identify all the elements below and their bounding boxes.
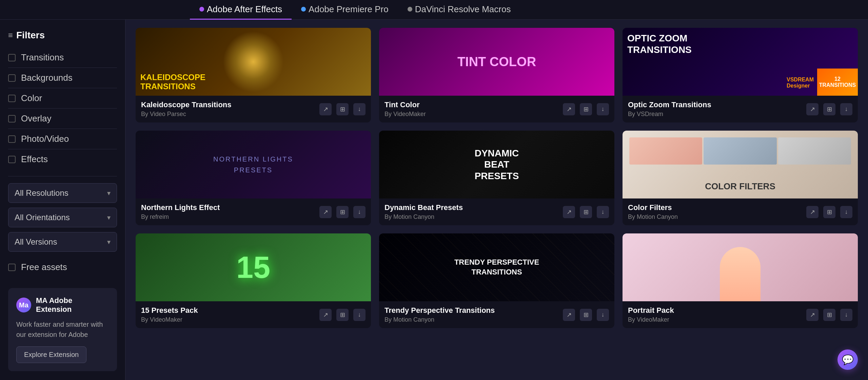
download-btn-color-filters[interactable]: ↓ — [840, 206, 852, 218]
card-title-color-filters: Color Filters — [628, 203, 678, 212]
dropdown-resolutions[interactable]: All Resolutions ▾ — [8, 183, 117, 203]
download-btn-trendy-perspective[interactable]: ↓ — [597, 309, 609, 321]
card-title-tint-color: Tint Color — [384, 100, 426, 109]
card-info-portrait: Portrait Pack By VideoMaker ↗ ⊞ ↓ — [623, 301, 858, 328]
save-btn-optic-zoom[interactable]: ⊞ — [823, 103, 835, 115]
download-btn-dynamic-beat[interactable]: ↓ — [597, 206, 609, 218]
checkbox-overlay[interactable] — [8, 115, 16, 122]
download-btn-northern-lights[interactable]: ↓ — [353, 206, 366, 218]
card-author-portrait: By VideoMaker — [628, 316, 674, 323]
card-dynamic-beat[interactable]: DYNAMICBEATPRESETS Dynamic Beat Presets … — [379, 131, 614, 225]
free-assets-checkbox[interactable] — [8, 264, 16, 271]
card-title-block-color-filters: Color Filters By Motion Canyon — [628, 203, 678, 221]
checkbox-color[interactable] — [8, 95, 16, 102]
filters-heading: ≡ Filters — [8, 30, 117, 41]
card-title-kaleidoscope: Kaleidoscope Transitions — [141, 100, 232, 109]
filter-items: Transitions Backgrounds Color Overlay Ph… — [8, 48, 117, 169]
save-btn-trendy-perspective[interactable]: ⊞ — [580, 309, 592, 321]
save-btn-northern-lights[interactable]: ⊞ — [336, 206, 349, 218]
checkbox-transitions[interactable] — [8, 54, 16, 61]
dropdown-orientations[interactable]: All Orientations ▾ — [8, 208, 117, 227]
checkbox-photo-video[interactable] — [8, 135, 16, 143]
save-btn-tint-color[interactable]: ⊞ — [580, 103, 592, 115]
card-thumb-optic-zoom: OPTIC ZOOMTRANSITIONS 12TRANSITIONS VSDR… — [623, 28, 858, 96]
download-btn-tint-color[interactable]: ↓ — [597, 103, 609, 115]
card-trendy-perspective[interactable]: TRENDY PERSPECTIVETRANSITIONS Trendy Per… — [379, 233, 614, 328]
card-northern-lights[interactable]: NORTHERN LIGHTSPRESETS Northern Lights E… — [136, 131, 371, 225]
dropdown-arrow-resolutions: ▾ — [107, 189, 111, 197]
card-title-block-dynamic-beat: Dynamic Beat Presets By Motion Canyon — [384, 203, 463, 221]
dropdown-label-resolutions: All Resolutions — [15, 188, 68, 198]
card-actions-optic-zoom: ↗ ⊞ ↓ — [806, 103, 852, 115]
extension-avatar: Ma — [16, 298, 31, 312]
card-tint-color[interactable]: TINT COLOR Tint Color By VideoMaker ↗ ⊞ … — [379, 28, 614, 122]
avatar-text: Ma — [19, 301, 28, 309]
filter-item-overlay[interactable]: Overlay — [8, 109, 117, 129]
checkbox-backgrounds[interactable] — [8, 74, 16, 82]
card-thumb-trendy-perspective: TRENDY PERSPECTIVETRANSITIONS — [379, 233, 614, 301]
save-btn-dynamic-beat[interactable]: ⊞ — [580, 206, 592, 218]
save-btn-kaleidoscope[interactable]: ⊞ — [336, 103, 349, 115]
filter-item-transitions[interactable]: Transitions — [8, 48, 117, 68]
header-tab-davinci[interactable]: DaVinci Resolve Macros — [398, 0, 520, 20]
share-btn-kaleidoscope[interactable]: ↗ — [319, 103, 332, 115]
header-tabs: Adobe After Effects Adobe Premiere Pro D… — [190, 0, 520, 20]
chat-button[interactable]: 💬 — [837, 349, 858, 370]
header-tab-after-effects[interactable]: Adobe After Effects — [190, 0, 292, 20]
chat-icon: 💬 — [842, 354, 854, 365]
dropdown-versions[interactable]: All Versions ▾ — [8, 232, 117, 252]
share-btn-fifteen[interactable]: ↗ — [319, 309, 332, 321]
card-author-optic-zoom: By VSDream — [628, 111, 711, 118]
share-btn-dynamic-beat[interactable]: ↗ — [563, 206, 575, 218]
filter-label-backgrounds: Backgrounds — [21, 73, 73, 83]
card-info-kaleidoscope: Kaleidoscope Transitions By Video Parsec… — [136, 96, 371, 122]
extension-header: Ma MA Adobe Extension — [16, 296, 109, 314]
card-thumb-tint-color: TINT COLOR — [379, 28, 614, 96]
checkbox-effects[interactable] — [8, 156, 16, 163]
card-portrait[interactable]: Portrait Pack By VideoMaker ↗ ⊞ ↓ — [623, 233, 858, 328]
dropdown-filters: All Resolutions ▾All Orientations ▾All V… — [8, 183, 117, 252]
card-kaleidoscope[interactable]: KALEIDOSCOPETRANSITIONS Kaleidoscope Tra… — [136, 28, 371, 122]
card-thumb-kaleidoscope: KALEIDOSCOPETRANSITIONS — [136, 28, 371, 96]
save-btn-portrait[interactable]: ⊞ — [823, 309, 835, 321]
tab-label-premiere-pro: Adobe Premiere Pro — [309, 4, 389, 15]
share-btn-optic-zoom[interactable]: ↗ — [806, 103, 818, 115]
card-title-block-portrait: Portrait Pack By VideoMaker — [628, 306, 674, 323]
filter-item-effects[interactable]: Effects — [8, 149, 117, 169]
card-optic-zoom[interactable]: OPTIC ZOOMTRANSITIONS 12TRANSITIONS VSDR… — [623, 28, 858, 122]
share-btn-trendy-perspective[interactable]: ↗ — [563, 309, 575, 321]
share-btn-northern-lights[interactable]: ↗ — [319, 206, 332, 218]
header: Adobe After Effects Adobe Premiere Pro D… — [0, 0, 868, 20]
download-btn-kaleidoscope[interactable]: ↓ — [353, 103, 366, 115]
save-btn-color-filters[interactable]: ⊞ — [823, 206, 835, 218]
share-btn-color-filters[interactable]: ↗ — [806, 206, 818, 218]
filters-label: Filters — [16, 30, 45, 41]
filter-item-photo-video[interactable]: Photo/Video — [8, 129, 117, 149]
card-actions-fifteen: ↗ ⊞ ↓ — [319, 309, 366, 321]
card-info-dynamic-beat: Dynamic Beat Presets By Motion Canyon ↗ … — [379, 198, 614, 225]
save-btn-fifteen[interactable]: ⊞ — [336, 309, 349, 321]
filter-item-color[interactable]: Color — [8, 88, 117, 109]
free-assets-item[interactable]: Free assets — [8, 256, 117, 278]
card-author-northern-lights: By refreim — [141, 213, 220, 221]
card-thumb-northern-lights: NORTHERN LIGHTSPRESETS — [136, 131, 371, 198]
filter-item-backgrounds[interactable]: Backgrounds — [8, 68, 117, 88]
header-tab-premiere-pro[interactable]: Adobe Premiere Pro — [292, 0, 398, 20]
card-title-optic-zoom: Optic Zoom Transitions — [628, 100, 711, 109]
card-actions-dynamic-beat: ↗ ⊞ ↓ — [563, 206, 609, 218]
dropdown-arrow-orientations: ▾ — [107, 213, 111, 222]
download-btn-fifteen[interactable]: ↓ — [353, 309, 366, 321]
download-btn-optic-zoom[interactable]: ↓ — [840, 103, 852, 115]
card-color-filters[interactable]: COLOR FILTERS Color Filters By Motion Ca… — [623, 131, 858, 225]
card-title-block-trendy-perspective: Trendy Perspective Transitions By Motion… — [384, 306, 495, 323]
explore-extension-button[interactable]: Explore Extension — [16, 346, 86, 363]
dropdown-label-versions: All Versions — [15, 237, 57, 247]
share-btn-portrait[interactable]: ↗ — [806, 309, 818, 321]
card-fifteen[interactable]: 15 15 Presets Pack By VideoMaker ↗ ⊞ ↓ — [136, 233, 371, 328]
download-btn-portrait[interactable]: ↓ — [840, 309, 852, 321]
card-thumb-dynamic-beat: DYNAMICBEATPRESETS — [379, 131, 614, 198]
card-title-block-fifteen: 15 Presets Pack By VideoMaker — [141, 306, 198, 323]
card-thumb-fifteen: 15 — [136, 233, 371, 301]
card-actions-tint-color: ↗ ⊞ ↓ — [563, 103, 609, 115]
share-btn-tint-color[interactable]: ↗ — [563, 103, 575, 115]
